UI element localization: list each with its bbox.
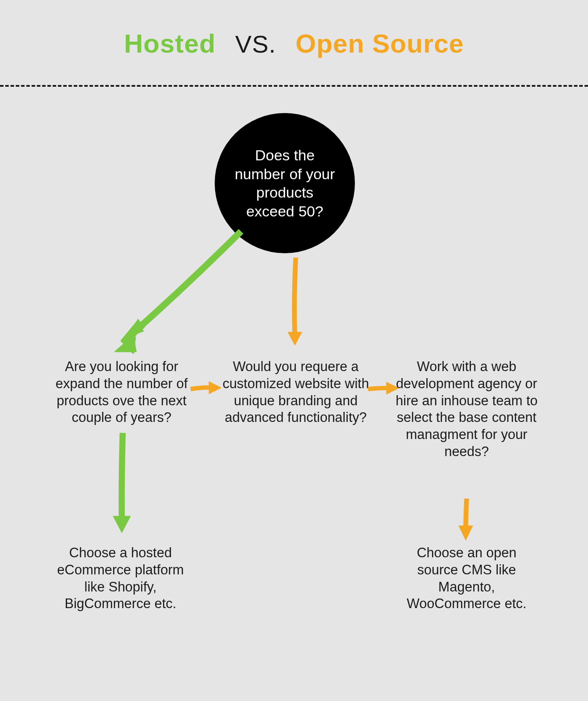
- header: Hosted VS. Open Source: [0, 0, 588, 81]
- arrow-start-to-custom-icon: [283, 258, 309, 354]
- arrow-agency-to-opensource-icon: [453, 499, 480, 547]
- svg-marker-4: [288, 332, 302, 345]
- svg-marker-3: [114, 333, 138, 354]
- node-agency-text: Work with a web development agency or hi…: [396, 359, 538, 459]
- arrow-expand-to-custom-icon: [191, 378, 226, 400]
- node-agency: Work with a web development agency or hi…: [390, 358, 543, 460]
- divider: [0, 85, 588, 87]
- node-expand-text: Are you looking for expand the number of…: [56, 359, 188, 425]
- node-hosted-result-text: Choose a hosted eCommerce platform like …: [57, 545, 184, 611]
- svg-marker-7: [113, 516, 131, 533]
- node-opensource-result-text: Choose an open source CMS like Magento, …: [407, 545, 526, 611]
- node-expand: Are you looking for expand the number of…: [42, 358, 202, 426]
- title-opensource: Open Source: [296, 29, 464, 58]
- title-vs: VS.: [235, 30, 276, 58]
- node-custom: Would you requere a customized website w…: [215, 358, 377, 426]
- node-hosted-result: Choose a hosted eCommerce platform like …: [53, 545, 188, 612]
- start-node-text: Does the number of your products exceed …: [232, 146, 337, 220]
- node-custom-text: Would you requere a customized website w…: [223, 359, 369, 425]
- arrow-expand-to-hosted-icon: [110, 433, 136, 538]
- svg-marker-5: [209, 382, 221, 394]
- svg-marker-8: [459, 526, 473, 540]
- node-opensource-result: Choose an open source CMS like Magento, …: [399, 545, 535, 612]
- arrowhead-green-diag-icon: [112, 330, 142, 361]
- svg-marker-6: [386, 382, 399, 394]
- title-hosted: Hosted: [124, 29, 216, 58]
- arrow-custom-to-agency-icon: [368, 378, 403, 400]
